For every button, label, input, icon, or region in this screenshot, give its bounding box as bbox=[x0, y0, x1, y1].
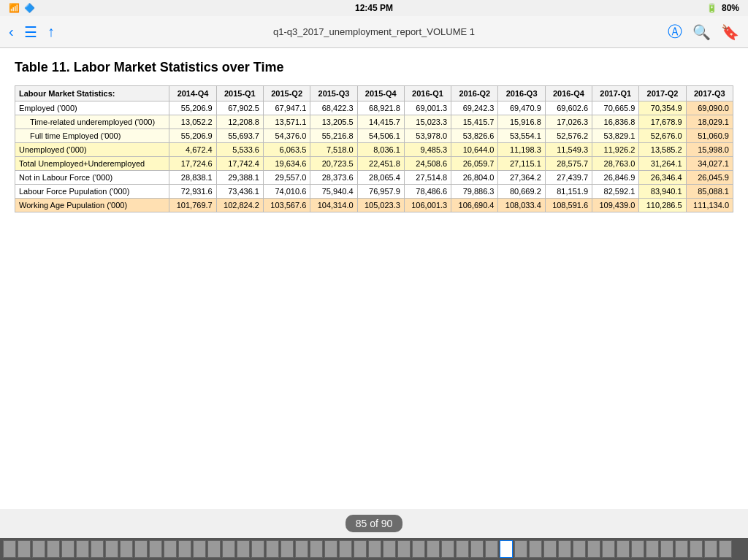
col-header-label: Labour Market Statistics: bbox=[15, 86, 169, 101]
bookmark-button[interactable]: 🔖 bbox=[721, 23, 739, 41]
cell-r2-c9: 53,829.1 bbox=[592, 129, 639, 143]
share-button[interactable]: ↑ bbox=[47, 23, 55, 40]
cell-r4-c2: 19,634.6 bbox=[263, 157, 310, 171]
thumbnail-page-6[interactable] bbox=[76, 540, 89, 558]
cell-r5-c9: 26,846.9 bbox=[592, 171, 639, 185]
thumbnail-page-46[interactable] bbox=[660, 540, 673, 558]
cell-r7-c9: 109,439.0 bbox=[592, 199, 639, 212]
cell-r4-c7: 27,115.1 bbox=[498, 157, 545, 171]
status-bar: 📶 🔷 12:45 PM 🔋 80% bbox=[0, 0, 748, 16]
cell-r6-c6: 79,886.3 bbox=[451, 185, 498, 199]
thumbnail-page-24[interactable] bbox=[339, 540, 352, 558]
thumbnail-page-29[interactable] bbox=[412, 540, 425, 558]
thumbnail-page-45[interactable] bbox=[646, 540, 659, 558]
list-button[interactable]: ☰ bbox=[24, 23, 37, 41]
thumbnail-page-26[interactable] bbox=[368, 540, 381, 558]
page-title: Table 11. Labor Market Statistics over T… bbox=[15, 60, 733, 75]
thumbnail-page-38[interactable] bbox=[543, 540, 557, 558]
thumbnail-page-48[interactable] bbox=[690, 540, 703, 558]
thumbnail-bar bbox=[0, 538, 748, 560]
thumbnail-page-21[interactable] bbox=[295, 540, 308, 558]
thumbnail-page-11[interactable] bbox=[149, 540, 162, 558]
cell-r1-c6: 15,415.7 bbox=[451, 115, 498, 129]
thumbnail-page-35[interactable] bbox=[500, 540, 513, 558]
thumbnail-page-16[interactable] bbox=[222, 540, 235, 558]
table-row: Time-related underemployed ('000)13,052.… bbox=[15, 115, 733, 129]
thumbnail-page-49[interactable] bbox=[704, 540, 717, 558]
thumbnail-page-28[interactable] bbox=[397, 540, 411, 558]
thumbnail-page-10[interactable] bbox=[134, 540, 148, 558]
cell-r5-c1: 29,388.1 bbox=[216, 171, 263, 185]
thumbnail-page-23[interactable] bbox=[324, 540, 337, 558]
cell-r6-c3: 75,940.4 bbox=[310, 185, 357, 199]
cell-r7-c8: 108,591.6 bbox=[545, 199, 592, 212]
cell-r7-c6: 106,690.4 bbox=[451, 199, 498, 212]
cell-r0-c5: 69,001.3 bbox=[404, 101, 451, 115]
thumbnail-page-27[interactable] bbox=[383, 540, 396, 558]
thumbnail-page-44[interactable] bbox=[631, 540, 644, 558]
cell-r4-c8: 28,575.7 bbox=[545, 157, 592, 171]
cell-r3-c5: 9,485.3 bbox=[404, 143, 451, 157]
cell-r3-c10: 13,585.2 bbox=[639, 143, 686, 157]
thumbnail-page-13[interactable] bbox=[178, 540, 191, 558]
back-button[interactable]: ‹ bbox=[9, 23, 14, 40]
table-row: Labour Force Pupulation ('000)72,931.673… bbox=[15, 185, 733, 199]
thumbnail-page-1[interactable] bbox=[3, 540, 16, 558]
thumbnail-page-7[interactable] bbox=[91, 540, 104, 558]
thumbnail-page-22[interactable] bbox=[310, 540, 323, 558]
thumbnail-page-32[interactable] bbox=[456, 540, 469, 558]
cell-r1-c9: 16,836.8 bbox=[592, 115, 639, 129]
thumbnail-page-41[interactable] bbox=[587, 540, 600, 558]
cell-r3-c6: 10,644.0 bbox=[451, 143, 498, 157]
thumbnail-page-40[interactable] bbox=[573, 540, 586, 558]
cell-r6-c0: 72,931.6 bbox=[169, 185, 216, 199]
cell-r5-c7: 27,364.2 bbox=[498, 171, 545, 185]
thumbnail-page-30[interactable] bbox=[427, 540, 440, 558]
thumbnail-page-31[interactable] bbox=[441, 540, 454, 558]
cell-r2-c10: 52,676.0 bbox=[639, 129, 686, 143]
thumbnail-page-12[interactable] bbox=[164, 540, 177, 558]
cell-r6-c9: 82,592.1 bbox=[592, 185, 639, 199]
thumbnail-page-18[interactable] bbox=[251, 540, 264, 558]
thumbnail-page-37[interactable] bbox=[529, 540, 542, 558]
cell-r5-c2: 29,557.0 bbox=[263, 171, 310, 185]
thumbnail-page-20[interactable] bbox=[280, 540, 294, 558]
cell-r0-c8: 69,602.6 bbox=[545, 101, 592, 115]
cell-r3-c11: 15,998.0 bbox=[686, 143, 733, 157]
row-label-0: Employed ('000) bbox=[15, 101, 169, 115]
thumbnail-page-36[interactable] bbox=[514, 540, 527, 558]
cell-r3-c4: 8,036.1 bbox=[357, 143, 404, 157]
thumbnail-page-8[interactable] bbox=[105, 540, 118, 558]
search-button[interactable]: 🔍 bbox=[692, 23, 711, 41]
thumbnail-page-50[interactable] bbox=[719, 540, 732, 558]
page-badge: 85 of 90 bbox=[346, 515, 403, 532]
cell-r1-c2: 13,571.1 bbox=[263, 115, 310, 129]
thumbnail-page-33[interactable] bbox=[470, 540, 484, 558]
cell-r4-c5: 24,508.6 bbox=[404, 157, 451, 171]
cell-r3-c2: 6,063.5 bbox=[263, 143, 310, 157]
cell-r4-c9: 28,763.0 bbox=[592, 157, 639, 171]
font-button[interactable]: Ⓐ bbox=[668, 22, 682, 42]
thumbnail-page-2[interactable] bbox=[18, 540, 31, 558]
cell-r3-c8: 11,549.3 bbox=[545, 143, 592, 157]
thumbnail-page-47[interactable] bbox=[675, 540, 688, 558]
thumbnail-page-25[interactable] bbox=[354, 540, 367, 558]
thumbnail-page-43[interactable] bbox=[617, 540, 630, 558]
cell-r2-c8: 52,576.2 bbox=[545, 129, 592, 143]
thumbnail-page-34[interactable] bbox=[485, 540, 498, 558]
cell-r6-c11: 85,088.1 bbox=[686, 185, 733, 199]
cell-r7-c4: 105,023.3 bbox=[357, 199, 404, 212]
bluetooth-icon: 🔷 bbox=[24, 3, 35, 13]
thumbnail-page-19[interactable] bbox=[266, 540, 279, 558]
thumbnail-page-15[interactable] bbox=[207, 540, 221, 558]
thumbnail-page-9[interactable] bbox=[120, 540, 133, 558]
thumbnail-page-4[interactable] bbox=[47, 540, 60, 558]
cell-r2-c1: 55,693.7 bbox=[216, 129, 263, 143]
table-row: Employed ('000)55,206.967,902.567,947.16… bbox=[15, 101, 733, 115]
thumbnail-page-14[interactable] bbox=[193, 540, 206, 558]
thumbnail-page-17[interactable] bbox=[237, 540, 250, 558]
thumbnail-page-5[interactable] bbox=[61, 540, 75, 558]
thumbnail-page-3[interactable] bbox=[32, 540, 45, 558]
thumbnail-page-42[interactable] bbox=[602, 540, 615, 558]
thumbnail-page-39[interactable] bbox=[558, 540, 571, 558]
